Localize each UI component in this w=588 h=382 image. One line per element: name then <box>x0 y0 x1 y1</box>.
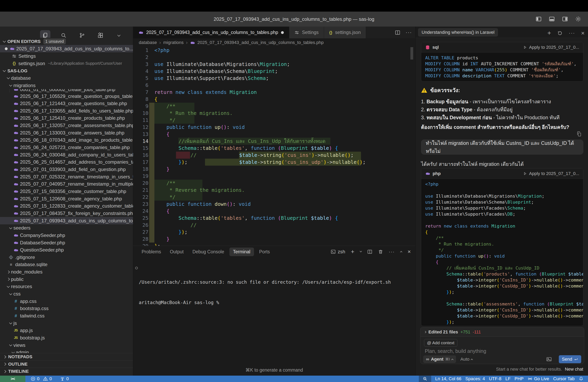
panel-tab-ports[interactable]: Ports <box>256 248 273 256</box>
problems-status[interactable]: 0 0 <box>31 376 52 382</box>
code-line[interactable]: { <box>154 131 169 138</box>
code-line[interactable]: // <box>154 152 197 159</box>
split-terminal-icon[interactable] <box>367 249 372 254</box>
tree-file[interactable]: QuestionSeeder.php <box>0 246 133 254</box>
toggle-left-panel-icon[interactable] <box>536 16 542 22</box>
terminal-dropdown-icon[interactable] <box>360 250 362 252</box>
tree-folder-js[interactable]: js <box>0 320 133 327</box>
code-line[interactable]: */ <box>154 194 175 201</box>
apply-button[interactable]: Apply to 2025_07_17_0... <box>523 45 579 50</box>
eol[interactable]: LF <box>505 376 511 382</box>
tree-file[interactable]: 2025_06_24_030048_add_company_id_to_user… <box>0 151 133 158</box>
tree-file[interactable]: 2025_07_01_033903_add_field_on_question.… <box>0 166 133 173</box>
tree-file[interactable]: 2025_06_17_121443_create_questions_table… <box>0 100 133 107</box>
tree-folder-node_modules[interactable]: node_modules <box>0 268 133 276</box>
tree-file[interactable]: 2025_07_15_122833_create_agency_customer… <box>0 202 133 210</box>
code-line[interactable]: use Illuminate\Support\Facades\Schema; <box>154 75 269 82</box>
maximize-panel-icon[interactable] <box>400 251 402 253</box>
settings-gear-icon[interactable] <box>575 16 581 22</box>
inline-suggestion-overlay[interactable]: $table->string('cus_ins')->nullable();$t… <box>205 152 361 166</box>
terminal-output[interactable]: /Users/aritach/.zshrc:source:3: no such … <box>139 258 391 320</box>
open-editor-item[interactable]: {}settings.json~/Library/Application Sup… <box>0 60 133 67</box>
open-editor-item[interactable]: Settings <box>0 52 133 60</box>
tree-file[interactable]: #tailwind.css <box>0 312 133 320</box>
code-line[interactable]: public function down(): void <box>154 201 251 208</box>
tree-file[interactable]: 2025_06_17_123055_add_fields_to_users_ta… <box>0 107 133 115</box>
notifications-bell-icon[interactable] <box>579 376 584 382</box>
attach-image-icon[interactable] <box>546 356 552 362</box>
editor-tab[interactable]: Settings <box>289 27 324 38</box>
tree-file[interactable]: 2025_06_17_125410_create_products_table.… <box>0 115 133 122</box>
tree-file[interactable]: DatabaseSeeder.php <box>0 239 133 246</box>
code-line[interactable]: return new class extends Migration <box>154 89 257 96</box>
editor-scrollbar[interactable] <box>410 47 413 59</box>
open-editor-item[interactable]: 2025_07_17_093943_add_cus_ins_udp_column… <box>0 45 133 52</box>
copy-icon[interactable] <box>576 131 582 137</box>
tree-file[interactable]: 2025_07_15_120608_create_agency_table.ph… <box>0 195 133 202</box>
tree-file[interactable]: 2025_07_07_025322_rename_timestamp_in_us… <box>0 173 133 180</box>
tree-folder-seeders[interactable]: seeders <box>0 224 133 232</box>
tree-file[interactable]: CompanySeeder.php <box>0 231 133 239</box>
breadcrumb-item[interactable]: migrations <box>163 40 184 45</box>
code-line[interactable]: */ <box>154 117 175 124</box>
code-line[interactable]: * Run the migrations. <box>154 110 232 117</box>
edited-files-summary[interactable]: Edited 21 files +751 -111 <box>420 327 584 336</box>
tree-file[interactable]: 2025_06_18_070343_add_image_to_products_… <box>0 136 133 144</box>
terminal-more-icon[interactable]: ··· <box>389 249 395 254</box>
panel-tab-terminal[interactable]: Terminal <box>230 248 254 256</box>
user-message[interactable]: ทำในไฟล์ migration เดียวกับที่ใช้เพิ่ม C… <box>421 139 583 155</box>
tree-file[interactable]: 2025_07_15_083356_create_customer_table.… <box>0 188 133 195</box>
indentation[interactable]: Spaces: 4 <box>465 376 485 382</box>
sidebar-section-outline[interactable]: OUTLINE <box>0 361 133 368</box>
model-selector[interactable]: Auto <box>461 357 473 362</box>
code-line[interactable]: <?php <box>154 47 169 54</box>
code-line[interactable]: { <box>154 96 157 103</box>
code-line[interactable]: } <box>154 166 169 173</box>
code-line[interactable]: * Reverse the migrations. <box>154 187 245 194</box>
tree-file[interactable]: 2025_06_25_014657_add_address_to_compani… <box>0 158 133 166</box>
code-line[interactable]: use Illuminate\Database\Migrations\Migra… <box>154 61 290 68</box>
tree-file[interactable]: JSbootstrap.js <box>0 334 133 342</box>
tree-file[interactable]: 2025_06_17_105529_create_question_groups… <box>0 93 133 100</box>
cursor-tab-toggle[interactable]: Cursor Tab <box>553 376 575 382</box>
code-line[interactable]: Schema::table('tables', function (Bluepr… <box>154 145 338 152</box>
tree-folder-css[interactable]: css <box>0 290 133 298</box>
send-button[interactable]: Send <box>559 355 581 363</box>
chat-tab[interactable]: Understanding whereHas() in Laravel <box>418 28 498 37</box>
close-panel-icon[interactable]: × <box>408 248 411 255</box>
language-mode[interactable]: PHP <box>515 376 524 382</box>
sidebar-section-timeline[interactable]: TIMELINE <box>0 368 133 375</box>
tree-folder-views[interactable]: views <box>0 342 133 349</box>
tree-folder-resources[interactable]: resources <box>0 283 133 290</box>
new-chat-link[interactable]: New chat <box>565 367 583 372</box>
project-section-header[interactable]: SAS-LOG <box>0 67 133 75</box>
panel-tab-output[interactable]: Output <box>166 248 187 256</box>
panel-tab-problems[interactable]: Problems <box>138 248 165 256</box>
composer-input[interactable]: Plan, search, build anything <box>425 348 486 354</box>
code-line[interactable]: // <box>154 222 197 229</box>
tree-folder-public[interactable]: public <box>0 275 133 283</box>
tree-file[interactable]: .gitignore <box>0 253 133 261</box>
panel-tab-debug-console[interactable]: Debug Console <box>189 248 228 256</box>
tree-folder-migrations[interactable]: migrations <box>0 82 133 89</box>
tree-file[interactable]: #bootstrap.css <box>0 305 133 312</box>
remote-indicator[interactable]: >< <box>0 376 25 382</box>
chat-composer[interactable]: @ Add context Plan, search, build anythi… <box>420 336 584 364</box>
code-line[interactable]: }); <box>154 159 188 166</box>
go-live[interactable]: Go Live <box>528 376 549 382</box>
toggle-right-panel-icon[interactable] <box>562 16 568 22</box>
code-line[interactable]: /** <box>154 103 175 110</box>
tree-file[interactable]: 2025_07_07_040957_rename_timestamp_in_mu… <box>0 180 133 188</box>
breadcrumb[interactable]: database › migrations › 2025_07_17_09394… <box>133 38 415 47</box>
code-line[interactable]: //เพิ่มคอลัมภ์ Cus_Ins และ Cus_Ins_Udp ใ… <box>154 138 326 145</box>
code-line[interactable]: }); <box>154 229 188 236</box>
kill-terminal-icon[interactable] <box>378 249 383 254</box>
sidebar-section-notepads[interactable]: NOTEPADS <box>0 353 133 361</box>
cursor-position[interactable]: Ln 14, Col 66 <box>435 376 462 382</box>
code-line[interactable]: use Illuminate\Database\Schema\Blueprint… <box>154 68 278 75</box>
chat-history-icon[interactable] <box>557 30 563 36</box>
zoom-indicator[interactable] <box>419 376 431 382</box>
tree-file[interactable]: 2025_07_17_084357_fix_foreign_key_constr… <box>0 210 133 217</box>
editor-more-actions-icon[interactable]: ··· <box>406 29 412 36</box>
code-line[interactable]: Schema::table('tables', function (Bluepr… <box>154 215 338 222</box>
